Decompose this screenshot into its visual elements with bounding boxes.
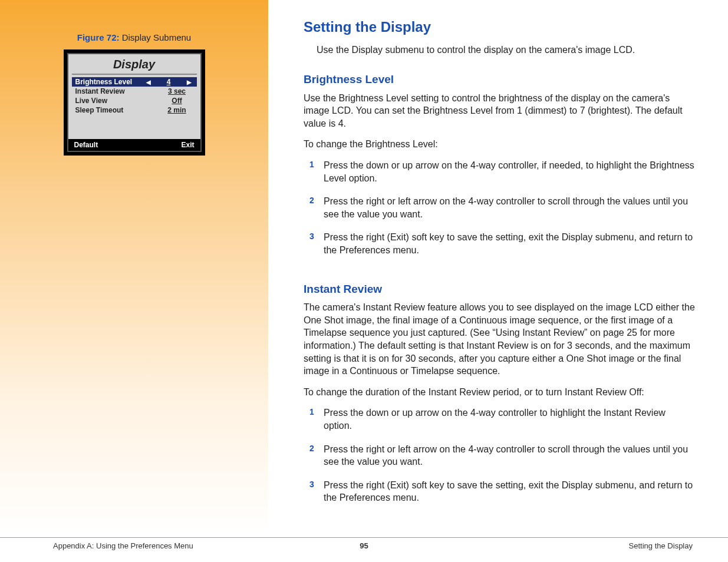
- footer-wrap: Appendix A: Using the Preferences Menu 9…: [0, 537, 728, 550]
- lcd-row-label: Instant Review: [75, 87, 161, 95]
- arrow-right-icon: ▶: [185, 79, 193, 85]
- page-footer: Appendix A: Using the Preferences Menu 9…: [0, 537, 728, 550]
- page: Figure 72: Display Submenu Display Brigh…: [0, 0, 728, 537]
- heading-instant-review: Instant Review: [304, 282, 696, 297]
- step-item: 3Press the right (Exit) soft key to save…: [309, 479, 696, 504]
- footer-right: Setting the Display: [629, 541, 693, 550]
- step-number: 3: [309, 479, 314, 490]
- heading-brightness-level: Brightness Level: [304, 72, 696, 87]
- step-item: 2Press the right or left arrow on the 4-…: [309, 443, 696, 468]
- value-wrap: ◀ 4 ▶: [144, 78, 193, 86]
- step-text: Press the down or up arrow on the 4-way …: [324, 160, 694, 183]
- lcd-row-label: Live View: [75, 97, 161, 105]
- lcd-row-sleep-timeout: Sleep Timeout 2 min: [68, 105, 200, 115]
- figure-title: Display Submenu: [119, 32, 191, 42]
- step-text: Press the right (Exit) soft key to save …: [324, 480, 693, 503]
- footer-left: Appendix A: Using the Preferences Menu: [53, 541, 193, 550]
- step-number: 3: [309, 231, 314, 242]
- brightness-paragraph-2: To change the Brightness Level:: [304, 138, 696, 151]
- instant-review-paragraph-2: To change the duration of the Instant Re…: [304, 386, 696, 399]
- lcd-screenshot: Display Brightness Level ◀ 4 ▶ Instant R…: [64, 49, 205, 156]
- step-item: 1Press the down or up arrow on the 4-way…: [309, 159, 696, 184]
- step-item: 1Press the down or up arrow on the 4-way…: [309, 406, 696, 432]
- figure-caption: Figure 72: Display Submenu: [24, 32, 245, 42]
- step-item: 3Press the right (Exit) soft key to save…: [309, 231, 696, 256]
- lcd-row-value: 2 min: [161, 106, 193, 114]
- lcd-row-brightness: Brightness Level ◀ 4 ▶: [72, 77, 197, 87]
- page-number: 95: [360, 541, 368, 550]
- divider: [72, 74, 197, 75]
- step-number: 2: [309, 195, 314, 206]
- intro-paragraph: Use the Display submenu to control the d…: [304, 44, 696, 57]
- lcd-row-value: 4: [153, 78, 185, 86]
- instant-review-steps: 1Press the down or up arrow on the 4-way…: [304, 406, 696, 504]
- softkey-default: Default: [74, 141, 98, 149]
- lcd-row-label: Brightness Level: [75, 78, 144, 86]
- instant-review-paragraph-1: The camera's Instant Review feature allo…: [304, 301, 696, 378]
- step-number: 2: [309, 443, 314, 454]
- brightness-paragraph-1: Use the Brightness Level setting to cont…: [304, 92, 696, 130]
- sidebar: Figure 72: Display Submenu Display Brigh…: [0, 0, 268, 537]
- lcd-row-value: 3 sec: [161, 87, 193, 95]
- brightness-steps: 1Press the down or up arrow on the 4-way…: [304, 159, 696, 257]
- arrow-left-icon: ◀: [144, 79, 153, 85]
- lcd-row-live-view: Live View Off: [68, 96, 200, 105]
- lcd-row-value: Off: [161, 97, 193, 105]
- step-item: 2Press the right or left arrow on the 4-…: [309, 195, 696, 220]
- lcd-title: Display: [68, 54, 200, 74]
- step-text: Press the right or left arrow on the 4-w…: [324, 444, 688, 467]
- lcd-row-instant-review: Instant Review 3 sec: [68, 87, 200, 96]
- lcd-row-label: Sleep Timeout: [75, 106, 161, 114]
- step-text: Press the right (Exit) soft key to save …: [324, 232, 693, 255]
- heading-setting-display: Setting the Display: [304, 18, 696, 37]
- step-text: Press the down or up arrow on the 4-way …: [324, 408, 666, 431]
- step-number: 1: [309, 159, 314, 170]
- step-number: 1: [309, 406, 314, 418]
- softkey-exit: Exit: [181, 141, 194, 149]
- lcd-footer: Default Exit: [68, 139, 200, 151]
- step-text: Press the right or left arrow on the 4-w…: [324, 196, 688, 219]
- content: Setting the Display Use the Display subm…: [268, 0, 728, 537]
- lcd-inner: Display Brightness Level ◀ 4 ▶ Instant R…: [67, 53, 202, 152]
- figure-number: Figure 72:: [77, 32, 120, 42]
